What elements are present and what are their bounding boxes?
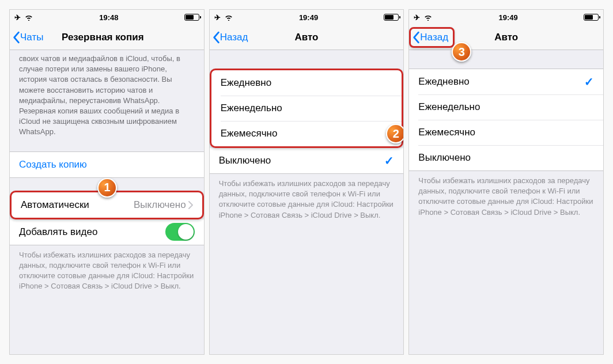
include-video-label: Добавлять видео bbox=[19, 226, 97, 238]
step-badge-1: 1 bbox=[97, 178, 117, 198]
option-weekly[interactable]: Еженедельно bbox=[409, 94, 603, 120]
include-video-group: Добавлять видео bbox=[10, 219, 204, 245]
option-daily[interactable]: Ежедневно ✓ bbox=[409, 69, 603, 94]
chevron-left-icon bbox=[212, 31, 220, 44]
clock: 19:49 bbox=[299, 13, 318, 22]
phone-screen-3: ✈︎ 19:49 Назад 3 Авто Ежедневно ✓ Еженед… bbox=[408, 9, 604, 355]
frequency-options-group: Ежедневно ✓ Еженедельно Ежемесячно Выклю… bbox=[409, 69, 603, 171]
back-button[interactable]: Чаты bbox=[10, 31, 43, 44]
option-label: Еженедельно bbox=[418, 101, 480, 113]
footer-description: Чтобы избежать излишних расходов за пере… bbox=[10, 245, 204, 301]
option-weekly[interactable]: Еженедельно bbox=[211, 96, 402, 121]
back-label: Назад bbox=[420, 32, 448, 43]
include-video-switch[interactable] bbox=[165, 223, 195, 241]
header-description: своих чатов и медиафайлов в iCloud, чтоб… bbox=[10, 50, 204, 141]
airplane-icon: ✈︎ bbox=[14, 13, 21, 22]
auto-label: Автоматически bbox=[21, 199, 89, 211]
status-bar: ✈︎ 19:48 bbox=[10, 10, 204, 25]
wifi-icon bbox=[423, 14, 433, 21]
option-monthly[interactable]: Ежемесячно bbox=[409, 120, 603, 145]
back-button[interactable]: Назад bbox=[210, 31, 248, 44]
back-label: Чаты bbox=[20, 32, 43, 43]
option-off[interactable]: Выключено bbox=[409, 145, 603, 170]
create-backup-button[interactable]: Создать копию bbox=[10, 152, 204, 177]
content: 2 Ежедневно Еженедельно Ежемесячно Выклю… bbox=[210, 50, 404, 354]
clock: 19:49 bbox=[499, 13, 518, 22]
off-group: Выключено ✓ bbox=[210, 148, 404, 174]
option-daily[interactable]: Ежедневно bbox=[211, 70, 402, 96]
option-label: Еженедельно bbox=[221, 103, 282, 114]
status-bar: ✈︎ 19:49 bbox=[409, 10, 603, 25]
footer-description: Чтобы избежать излишних расходов за пере… bbox=[409, 171, 603, 227]
chevron-left-icon bbox=[12, 31, 20, 44]
battery-icon bbox=[584, 14, 599, 21]
option-label: Ежемесячно bbox=[221, 128, 278, 139]
option-label: Ежемесячно bbox=[418, 127, 475, 138]
phone-screen-2: ✈︎ 19:49 Назад Авто 2 Ежедневно Еженедел… bbox=[209, 9, 404, 355]
airplane-icon: ✈︎ bbox=[214, 13, 221, 22]
option-label: Выключено bbox=[219, 155, 271, 166]
checkmark-icon: ✓ bbox=[584, 75, 594, 89]
content: своих чатов и медиафайлов в iCloud, чтоб… bbox=[10, 50, 204, 354]
option-label: Ежедневно bbox=[221, 77, 271, 89]
option-monthly[interactable]: Ежемесячно bbox=[211, 121, 402, 146]
battery-icon bbox=[184, 14, 199, 21]
back-label: Назад bbox=[220, 32, 248, 43]
nav-bar: Назад 3 Авто bbox=[409, 25, 603, 50]
checkmark-icon: ✓ bbox=[384, 154, 394, 168]
nav-bar: Чаты Резервная копия bbox=[10, 25, 204, 50]
step-badge-2: 2 bbox=[386, 124, 403, 143]
auto-value: Выключено bbox=[134, 199, 186, 211]
footer-description: Чтобы избежать излишних расходов за пере… bbox=[210, 174, 404, 230]
include-video-row[interactable]: Добавлять видео bbox=[10, 219, 204, 245]
status-bar: ✈︎ 19:49 bbox=[210, 10, 404, 25]
wifi-icon bbox=[24, 14, 33, 21]
wifi-icon bbox=[224, 14, 233, 21]
clock: 19:48 bbox=[99, 13, 118, 22]
chevron-left-icon bbox=[412, 31, 420, 44]
option-label: Выключено bbox=[418, 152, 471, 164]
nav-bar: Назад Авто bbox=[210, 25, 404, 50]
airplane-icon: ✈︎ bbox=[414, 13, 420, 22]
create-backup-label: Создать копию bbox=[19, 159, 87, 170]
option-off[interactable]: Выключено ✓ bbox=[210, 148, 404, 173]
battery-icon bbox=[384, 14, 399, 21]
frequency-options-group: Ежедневно Еженедельно Ежемесячно bbox=[210, 69, 404, 148]
backup-now-group: Создать копию bbox=[10, 151, 204, 178]
chevron-right-icon bbox=[188, 201, 193, 209]
option-label: Ежедневно bbox=[418, 76, 469, 88]
back-button[interactable]: Назад bbox=[409, 27, 455, 48]
phone-screen-1: ✈︎ 19:48 Чаты Резервная копия своих чато… bbox=[9, 9, 205, 355]
content: Ежедневно ✓ Еженедельно Ежемесячно Выклю… bbox=[409, 50, 603, 354]
